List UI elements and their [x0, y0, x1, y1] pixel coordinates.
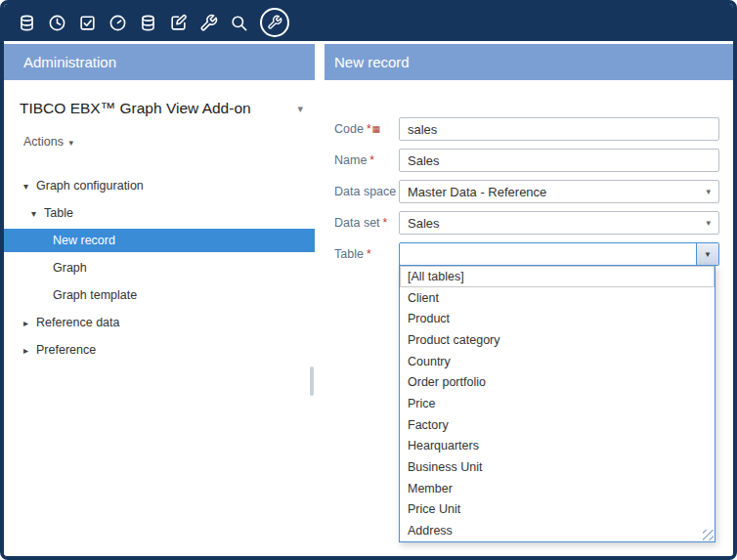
required-asterisk: *	[367, 122, 371, 136]
panel-divider	[315, 44, 325, 556]
administration-wrench-icon[interactable]	[260, 8, 289, 37]
database-icon[interactable]	[16, 12, 37, 33]
table-label-cell: Table *	[325, 247, 399, 261]
dropdown-option-product[interactable]: Product	[400, 308, 715, 329]
tree-item-label: New record	[53, 234, 115, 247]
tree-item-label: Graph configuration	[36, 179, 144, 193]
tree-item-label: Graph	[53, 261, 87, 275]
resize-grip-handle[interactable]	[703, 530, 714, 540]
expand-arrow-icon[interactable]: ▾	[31, 208, 44, 219]
dropdown-option-product-category[interactable]: Product category	[400, 329, 715, 351]
collapse-arrow-icon[interactable]: ▸	[23, 345, 36, 356]
form-row-data-space: Data space * Master Data - Reference ▾	[325, 180, 719, 203]
table-select[interactable]: ▼	[399, 242, 719, 266]
dropdown-option-address[interactable]: Address	[400, 520, 715, 541]
name-field[interactable]	[399, 149, 719, 172]
actions-label: Actions	[23, 135, 64, 149]
expand-arrow-icon[interactable]: ▾	[23, 181, 36, 192]
right-panel-title: New record	[334, 54, 410, 70]
top-toolbar	[4, 4, 733, 41]
left-panel-scrollbar[interactable]	[310, 366, 314, 396]
edit-icon[interactable]	[167, 12, 189, 33]
tools-icon[interactable]	[197, 12, 219, 33]
history-icon[interactable]	[46, 12, 67, 33]
code-field[interactable]	[399, 117, 719, 141]
form-row-data-set: Data set * Sales ▾	[325, 211, 719, 235]
table-label: Table	[334, 247, 364, 261]
administration-panel: Administration TIBCO EBX™ Graph View Add…	[4, 44, 315, 556]
dropdown-option-order-portfolio[interactable]: Order portfolio	[400, 371, 715, 393]
new-record-panel: New record Code * ▦ Name *	[325, 44, 733, 556]
data-set-select[interactable]: Sales ▾	[399, 211, 719, 235]
tree-item-preference[interactable]: ▸ Preference	[4, 338, 315, 362]
tree-item-graph-template[interactable]: Graph template	[4, 283, 315, 307]
name-label-cell: Name *	[325, 153, 399, 167]
addon-title-label: TIBCO EBX™ Graph View Add-on	[20, 100, 251, 117]
chevron-down-icon[interactable]: ▾	[297, 103, 303, 115]
tree-item-label: Graph template	[53, 288, 137, 302]
form-row-code: Code * ▦	[325, 117, 719, 141]
data-set-label-cell: Data set *	[325, 216, 399, 230]
data-space-select[interactable]: Master Data - Reference ▾	[399, 180, 719, 203]
collapse-arrow-icon[interactable]: ▸	[23, 318, 36, 328]
data-space-value: Master Data - Reference	[408, 185, 546, 199]
required-asterisk: *	[369, 153, 374, 167]
left-panel-body: TIBCO EBX™ Graph View Add-on ▾ Actions ▾…	[4, 80, 315, 556]
data-model-icon[interactable]	[137, 12, 158, 33]
required-asterisk: *	[367, 247, 371, 261]
content-area: Administration TIBCO EBX™ Graph View Add…	[4, 44, 733, 556]
tasks-icon[interactable]	[76, 12, 98, 33]
left-panel-header: Administration	[4, 44, 315, 80]
primary-key-icon: ▦	[372, 124, 381, 134]
chevron-down-icon: ▾	[68, 138, 73, 148]
dropdown-option-price-unit[interactable]: Price Unit	[400, 499, 715, 521]
dropdown-option-all-tables[interactable]: [All tables]	[400, 266, 715, 287]
dropdown-option-business-unit[interactable]: Business Unit	[400, 456, 715, 478]
dashboard-icon[interactable]	[107, 12, 128, 33]
data-space-label: Data space	[334, 185, 396, 198]
required-asterisk: *	[383, 216, 388, 230]
tree-item-label: Table	[44, 206, 73, 220]
app-window: Administration TIBCO EBX™ Graph View Add…	[0, 0, 737, 560]
name-label: Name	[334, 153, 367, 167]
dropdown-option-price[interactable]: Price	[400, 393, 715, 414]
actions-menu-button[interactable]: Actions ▾	[23, 135, 315, 152]
tree-item-label: Reference data	[36, 316, 119, 329]
dropdown-option-factory[interactable]: Factory	[400, 414, 715, 436]
dropdown-option-country[interactable]: Country	[400, 351, 715, 372]
right-panel-header: New record	[325, 44, 733, 80]
dropdown-button[interactable]: ▼	[696, 243, 718, 265]
form-row-name: Name *	[325, 149, 719, 172]
tree-item-label: Preference	[36, 343, 96, 357]
tree-item-table[interactable]: ▾ Table	[4, 201, 315, 225]
navigation-tree: ▾ Graph configuration ▾ Table New record…	[4, 174, 315, 362]
new-record-form: Code * ▦ Name * Data space	[325, 80, 733, 556]
data-set-label: Data set	[334, 216, 380, 230]
table-dropdown-list: [All tables] Client Product Product cate…	[399, 265, 715, 542]
search-icon[interactable]	[228, 12, 249, 33]
code-label-cell: Code * ▦	[325, 122, 399, 136]
code-label: Code	[334, 122, 364, 136]
addon-title[interactable]: TIBCO EBX™ Graph View Add-on ▾	[4, 92, 315, 121]
dropdown-option-hearquarters[interactable]: Hearquarters	[400, 436, 715, 457]
data-set-value: Sales	[408, 216, 440, 231]
tree-item-graph[interactable]: Graph	[4, 256, 315, 280]
chevron-down-icon: ▾	[706, 218, 711, 228]
dropdown-option-client[interactable]: Client	[400, 287, 715, 309]
form-row-table: Table * ▼	[325, 242, 719, 266]
data-space-label-cell: Data space *	[325, 185, 399, 198]
chevron-down-icon: ▾	[706, 187, 711, 196]
tree-item-reference-data[interactable]: ▸ Reference data	[4, 311, 315, 334]
tree-item-new-record[interactable]: New record	[4, 229, 315, 252]
dropdown-option-member[interactable]: Member	[400, 478, 715, 499]
left-panel-title: Administration	[23, 54, 116, 70]
tree-item-graph-configuration[interactable]: ▾ Graph configuration	[4, 174, 315, 197]
